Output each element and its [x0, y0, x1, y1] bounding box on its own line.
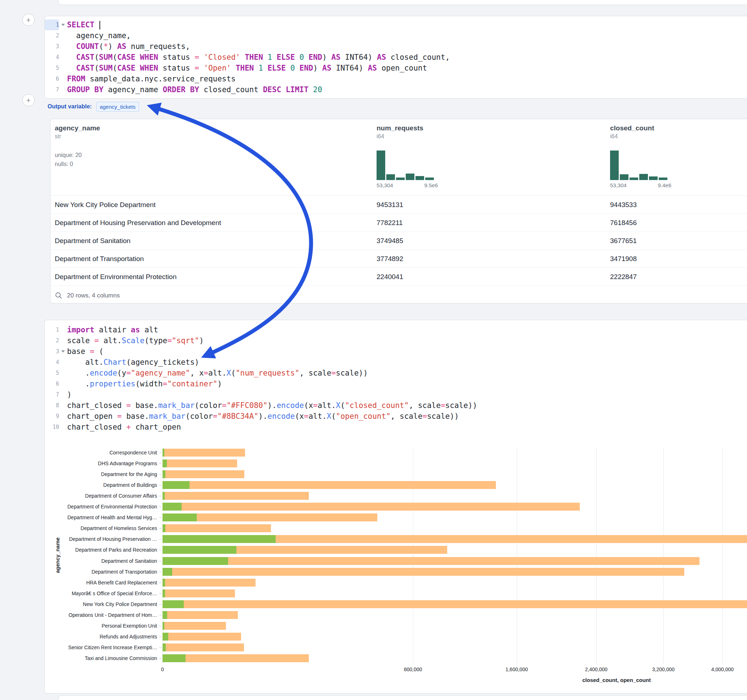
bar-open_count — [163, 600, 184, 608]
column-header-num-requests[interactable]: num_requests i64 53,304 9.5e6 — [377, 124, 438, 188]
previous-cell-edge — [58, 0, 747, 5]
y-axis-title: agency_name — [54, 537, 60, 573]
code-text: .properties(width="container") — [67, 379, 747, 389]
histogram-bar — [620, 174, 628, 180]
histogram-bar — [649, 177, 658, 180]
table-cell: 3774892 — [377, 255, 403, 263]
y-axis-label: Correspondence Unit — [45, 450, 157, 456]
code-line: 3 COUNT(*) AS num_requests, — [45, 41, 747, 52]
table-cell: 9453131 — [377, 201, 403, 209]
table-cell: 2222847 — [610, 273, 637, 281]
bar-open_count — [163, 557, 228, 565]
code-line: 8chart_closed = base.mark_bar(color="#FF… — [45, 400, 747, 411]
bar-open_count — [163, 654, 186, 662]
y-tick — [159, 604, 162, 605]
x-tick-label: 0 — [161, 667, 164, 672]
table-cell: Department of Environmental Protection — [55, 273, 177, 281]
fold-spacer — [59, 422, 67, 433]
python-code-editor[interactable]: 1import altair as alt2scale = alt.Scale(… — [45, 320, 747, 433]
histogram-min: 53,304 — [610, 182, 627, 188]
column-meta: unique: 20 nulls: 0 — [55, 151, 100, 169]
next-cell-edge — [58, 695, 747, 700]
y-axis-label: Taxi and Limousine Commission — [45, 655, 157, 661]
bar-open_count — [163, 535, 276, 543]
y-axis-label: Refunds and Adjustments — [45, 634, 157, 640]
line-number: 5 — [45, 63, 59, 74]
code-text: .encode(y="agency_name", x=alt.X("num_re… — [67, 368, 747, 379]
code-line: 5 .encode(y="agency_name", x=alt.X("num_… — [45, 368, 747, 379]
output-variable-chip[interactable]: agency_tickets — [96, 102, 139, 112]
table-cell: 3471908 — [610, 255, 637, 263]
table-row[interactable]: Department of Transportation377489234719… — [50, 250, 747, 268]
histogram-bar — [659, 178, 667, 180]
fold-chevron-icon[interactable] — [59, 20, 67, 30]
table-row[interactable]: New York City Police Department945313194… — [50, 196, 747, 214]
code-line: 2scale = alt.Scale(type="sqrt") — [45, 335, 747, 346]
y-tick — [159, 528, 162, 529]
code-line: 9chart_open = base.mark_bar(color="#8BC3… — [45, 411, 747, 422]
code-line: 5 CAST(SUM(CASE WHEN status = 'Open' THE… — [45, 63, 747, 74]
fold-spacer — [59, 52, 67, 63]
bar-closed_count — [163, 492, 309, 500]
bar-open_count — [163, 459, 167, 468]
fold-spacer — [59, 30, 67, 41]
histogram-bar — [639, 174, 648, 180]
x-tick-label: 2,400,000 — [585, 667, 608, 672]
column-header-closed-count[interactable]: closed_count i64 53,304 9.4e6 — [610, 124, 671, 188]
y-tick — [159, 474, 162, 475]
bar-open_count — [163, 481, 189, 489]
line-number: 4 — [45, 357, 59, 368]
line-number: 10 — [45, 422, 59, 433]
bar-open_count — [163, 524, 165, 532]
histogram-min: 53,304 — [377, 182, 393, 188]
search-icon[interactable] — [55, 292, 63, 300]
code-line: 6 .properties(width="container") — [45, 379, 747, 389]
gridline — [723, 447, 723, 664]
sql-code-editor[interactable]: 1SELECT 2 agency_name,3 COUNT(*) AS num_… — [45, 16, 747, 95]
line-number: 1 — [45, 20, 59, 30]
code-line: 1import altair as alt — [45, 324, 747, 335]
y-axis-label: Department of Health and Mental Hyg… — [45, 514, 157, 520]
code-line: 4 CAST(SUM(CASE WHEN status = 'Closed' T… — [45, 52, 747, 63]
chart-plot-area — [163, 447, 747, 664]
line-number: 7 — [45, 389, 59, 400]
y-axis-label: Department of Homeless Services — [45, 525, 157, 531]
column-type: i64 — [610, 133, 671, 140]
column-type: str — [55, 133, 100, 140]
x-tick-label: 800,000 — [404, 667, 422, 672]
bar-open_count — [163, 513, 197, 521]
bar-open_count — [163, 492, 165, 500]
bar-open_count — [163, 633, 168, 641]
y-axis-label: Department of Parks and Recreation — [45, 547, 157, 553]
bar-open_count — [163, 579, 165, 587]
table-cell: Department of Transportation — [55, 255, 144, 263]
column-header-agency-name[interactable]: agency_name str unique: 20 nulls: 0 — [55, 124, 100, 169]
text-cursor — [100, 21, 100, 30]
code-text: alt.Chart(agency_tickets) — [67, 357, 747, 368]
code-text: SELECT — [67, 20, 747, 30]
x-tick-label: 1,600,000 — [505, 667, 528, 672]
y-axis-label: New York City Police Department — [45, 601, 157, 608]
fold-chevron-icon[interactable] — [59, 346, 67, 357]
bar-open_count — [163, 449, 164, 457]
notebook-page: { "add_button_label": "+", "sql_cell": {… — [0, 0, 747, 700]
fold-spacer — [59, 41, 67, 52]
y-tick — [159, 485, 162, 486]
bar-closed_count — [163, 590, 235, 597]
table-row[interactable]: Department of Housing Preservation and D… — [50, 214, 747, 232]
bar-open_count — [163, 503, 181, 511]
code-text: ) — [67, 389, 747, 400]
add-cell-button[interactable]: + — [22, 14, 35, 26]
table-row[interactable]: Department of Environmental Protection22… — [50, 268, 747, 286]
fold-spacer — [59, 74, 67, 84]
table-row[interactable]: Department of Sanitation37494853677651 — [50, 232, 747, 250]
bar-closed_count — [163, 459, 237, 468]
y-tick — [159, 561, 162, 561]
histogram-bar — [416, 176, 424, 180]
line-number: 1 — [45, 324, 59, 335]
sql-cell: 1SELECT 2 agency_name,3 COUNT(*) AS num_… — [44, 16, 747, 99]
table-cell: Department of Sanitation — [55, 237, 130, 245]
add-cell-button[interactable]: + — [22, 94, 35, 106]
y-tick — [159, 453, 162, 453]
y-tick — [159, 507, 162, 507]
